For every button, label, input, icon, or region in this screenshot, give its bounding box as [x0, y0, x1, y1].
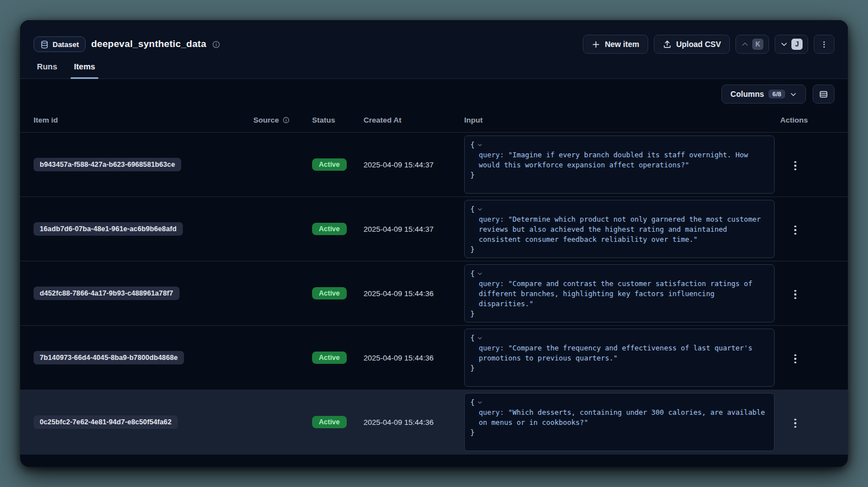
row-actions-button[interactable]: [788, 286, 803, 303]
json-open-brace: {: [470, 269, 475, 279]
column-header-source: Source: [253, 116, 312, 124]
json-string-value: "Determine which product not only garner…: [479, 215, 761, 244]
json-close-brace: }: [470, 364, 475, 372]
created-at-value: 2025-04-09 15:44:37: [364, 161, 433, 169]
item-id-cell: 7b140973-66d4-4045-8ba9-b7800db4868e: [34, 351, 253, 364]
columns-button[interactable]: Columns 6/8: [721, 85, 806, 104]
created-at-value: 2025-04-09 15:44:36: [364, 354, 433, 362]
new-item-button[interactable]: New item: [583, 35, 648, 54]
json-string-value: "Which desserts, containing under 300 ca…: [479, 408, 765, 427]
next-item-button[interactable]: J: [775, 35, 808, 54]
item-id-badge[interactable]: 0c25bfc2-7e62-4e81-94d7-e8c50f54fa62: [34, 415, 178, 429]
item-id-badge[interactable]: 7b140973-66d4-4045-8ba9-b7800db4868e: [34, 351, 184, 364]
json-open-brace: {: [470, 204, 475, 214]
item-id-cell: 0c25bfc2-7e62-4e81-94d7-e8c50f54fa62: [34, 415, 253, 429]
table-row[interactable]: b943457a-f588-427a-b623-6968581b63ce Act…: [20, 133, 848, 197]
new-item-label: New item: [605, 40, 639, 49]
tab-items[interactable]: Items: [73, 62, 96, 78]
chevron-down-icon: [780, 40, 788, 48]
column-header-created-at: Created At: [364, 116, 464, 124]
status-cell: Active: [312, 223, 364, 235]
created-at-value: 2025-04-09 15:44:36: [364, 289, 433, 298]
upload-icon: [663, 40, 672, 49]
row-actions-button[interactable]: [788, 157, 803, 174]
chevron-up-icon: [741, 40, 749, 48]
created-at-cell: 2025-04-09 15:44:37: [364, 224, 464, 234]
column-header-status: Status: [312, 116, 364, 124]
created-at-cell: 2025-04-09 15:44:36: [364, 417, 464, 427]
table-body: b943457a-f588-427a-b623-6968581b63ce Act…: [20, 133, 848, 455]
collapse-chevron-icon[interactable]: [477, 271, 483, 277]
row-height-button[interactable]: [813, 85, 834, 104]
json-open-brace: {: [470, 333, 475, 343]
table-row[interactable]: 16adb7d6-07ba-48e1-961e-ac6b9b6e8afd Act…: [20, 197, 848, 261]
collapse-chevron-icon[interactable]: [477, 335, 483, 341]
item-id-badge[interactable]: d452fc88-7866-4a17-9b93-c488961a78f7: [34, 287, 180, 300]
dataset-type-badge: Dataset: [34, 36, 86, 52]
item-id-badge[interactable]: b943457a-f588-427a-b623-6968581b63ce: [34, 158, 181, 171]
page-title: deepeval_synthetic_data: [91, 39, 206, 50]
item-id-cell: 16adb7d6-07ba-48e1-961e-ac6b9b6e8afd: [34, 222, 253, 236]
status-badge: Active: [312, 352, 347, 364]
json-open-brace: {: [470, 140, 475, 150]
chevron-down-icon: [790, 91, 797, 98]
item-id-cell: b943457a-f588-427a-b623-6968581b63ce: [34, 158, 253, 171]
input-json-viewer[interactable]: { query: "Compare and contrast the custo…: [464, 264, 775, 322]
actions-cell: [775, 219, 834, 238]
input-cell: { query: "Imagine if every branch double…: [464, 135, 775, 194]
upload-csv-label: Upload CSV: [676, 40, 721, 49]
json-string-value: "Imagine if every branch doubled its sta…: [479, 151, 748, 169]
input-json-viewer[interactable]: { query: "Which desserts, containing und…: [464, 393, 775, 451]
json-close-brace: }: [470, 245, 475, 254]
created-at-value: 2025-04-09 15:44:36: [364, 418, 433, 427]
json-key: query:: [479, 408, 504, 416]
json-string-value: "Compare the frequency and effectiveness…: [479, 344, 752, 362]
actions-cell: [775, 155, 834, 174]
plus-icon: [592, 40, 600, 49]
row-actions-button[interactable]: [788, 222, 803, 238]
info-icon[interactable]: [212, 40, 220, 49]
item-id-badge[interactable]: 16adb7d6-07ba-48e1-961e-ac6b9b6e8afd: [34, 222, 183, 236]
previous-item-button[interactable]: K: [735, 35, 769, 54]
json-key: query:: [479, 215, 504, 223]
columns-count-badge: 6/8: [768, 90, 785, 99]
table-row[interactable]: 0c25bfc2-7e62-4e81-94d7-e8c50f54fa62 Act…: [20, 390, 848, 455]
actions-cell: [775, 348, 834, 367]
input-cell: { query: "Determine which product not on…: [464, 200, 775, 258]
json-key: query:: [479, 344, 504, 352]
input-json-viewer[interactable]: { query: "Compare the frequency and effe…: [464, 329, 775, 387]
tab-runs[interactable]: Runs: [36, 62, 58, 78]
columns-label: Columns: [730, 90, 764, 99]
status-badge: Active: [312, 158, 347, 171]
json-close-brace: }: [470, 310, 475, 318]
status-badge: Active: [312, 287, 347, 299]
status-cell: Active: [312, 287, 364, 299]
row-actions-button[interactable]: [788, 415, 803, 432]
input-json-viewer[interactable]: { query: "Determine which product not on…: [464, 200, 775, 258]
database-icon: [40, 40, 49, 49]
header-more-actions-button[interactable]: [814, 35, 834, 54]
shortcut-key-k: K: [752, 39, 763, 50]
collapse-chevron-icon[interactable]: [477, 400, 483, 405]
row-actions-button[interactable]: [788, 350, 803, 367]
json-close-brace: }: [470, 171, 475, 179]
created-at-value: 2025-04-09 15:44:37: [364, 225, 433, 233]
input-json-viewer[interactable]: { query: "Imagine if every branch double…: [464, 135, 775, 194]
app-window: Dataset deepeval_synthetic_data N: [20, 20, 848, 467]
kebab-menu-icon: [820, 40, 828, 49]
status-cell: Active: [312, 158, 364, 171]
item-id-cell: d452fc88-7866-4a17-9b93-c488961a78f7: [34, 287, 253, 300]
table-header-row: Item id Source Status Created At Input A…: [20, 104, 848, 133]
json-key: query:: [479, 279, 504, 288]
table-row[interactable]: 7b140973-66d4-4045-8ba9-b7800db4868e Act…: [20, 326, 848, 390]
json-key: query:: [479, 151, 504, 159]
status-cell: Active: [312, 416, 364, 428]
info-icon[interactable]: [282, 116, 290, 124]
collapse-chevron-icon[interactable]: [477, 142, 483, 148]
created-at-cell: 2025-04-09 15:44:36: [364, 288, 464, 298]
table-row[interactable]: d452fc88-7866-4a17-9b93-c488961a78f7 Act…: [20, 261, 848, 326]
upload-csv-button[interactable]: Upload CSV: [654, 35, 730, 54]
json-open-brace: {: [470, 397, 475, 408]
collapse-chevron-icon[interactable]: [477, 207, 483, 212]
status-badge: Active: [312, 416, 347, 428]
